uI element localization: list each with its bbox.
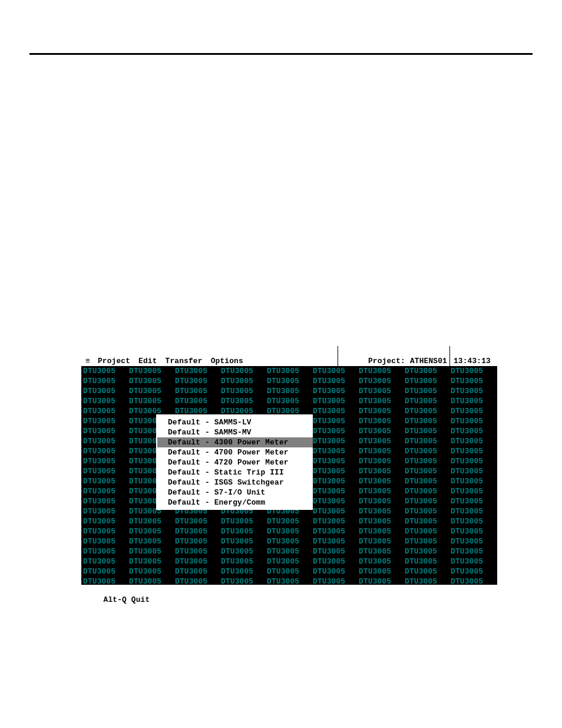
background-cell: DTU3005 bbox=[451, 436, 497, 446]
background-cell: DTU3005 bbox=[175, 546, 221, 556]
background-cell: DTU3005 bbox=[451, 396, 497, 406]
background-cell: DTU3005 bbox=[221, 366, 267, 376]
background-cell: DTU3005 bbox=[405, 456, 451, 466]
popup-item[interactable]: Default - S7-I/O Unit bbox=[157, 487, 313, 498]
background-cell: DTU3005 bbox=[221, 556, 267, 566]
background-cell: DTU3005 bbox=[221, 516, 267, 526]
background-cell: DTU3005 bbox=[405, 526, 451, 536]
background-cell: DTU3005 bbox=[313, 456, 359, 466]
background-cell: DTU3005 bbox=[129, 516, 175, 526]
background-row: DTU3005DTU3005DTU3005DTU3005DTU3005DTU30… bbox=[81, 526, 497, 536]
background-cell: DTU3005 bbox=[267, 566, 313, 577]
background-cell: DTU3005 bbox=[313, 466, 359, 476]
background-cell: DTU3005 bbox=[359, 456, 405, 466]
background-cell: DTU3005 bbox=[313, 416, 359, 426]
background-cell: DTU3005 bbox=[313, 536, 359, 546]
background-cell: DTU3005 bbox=[359, 466, 405, 476]
background-cell: DTU3005 bbox=[221, 546, 267, 556]
background-cell: DTU3005 bbox=[313, 566, 359, 577]
status-bar: Alt-Q Quit bbox=[81, 585, 497, 595]
system-menu-icon[interactable]: ≡ bbox=[84, 356, 94, 366]
menu-edit[interactable]: Edit bbox=[134, 356, 161, 366]
background-cell: DTU3005 bbox=[267, 536, 313, 546]
background-cell: DTU3005 bbox=[267, 396, 313, 406]
background-cell: DTU3005 bbox=[129, 526, 175, 536]
background-cell: DTU3005 bbox=[359, 486, 405, 496]
background-cell: DTU3005 bbox=[451, 516, 497, 526]
background-cell: DTU3005 bbox=[267, 386, 313, 396]
background-cell: DTU3005 bbox=[359, 426, 405, 436]
background-cell: DTU3005 bbox=[451, 426, 497, 436]
background-cell: DTU3005 bbox=[451, 546, 497, 556]
background-cell: DTU3005 bbox=[83, 386, 129, 396]
background-cell: DTU3005 bbox=[313, 446, 359, 456]
popup-item[interactable]: Default - 4720 Power Meter bbox=[157, 457, 313, 467]
background-cell: DTU3005 bbox=[405, 366, 451, 376]
background-cell: DTU3005 bbox=[129, 366, 175, 376]
background-cell: DTU3005 bbox=[451, 556, 497, 566]
menu-transfer[interactable]: Transfer bbox=[161, 356, 207, 366]
background-cell: DTU3005 bbox=[313, 386, 359, 396]
background-cell: DTU3005 bbox=[83, 456, 129, 466]
background-cell: DTU3005 bbox=[405, 376, 451, 386]
background-cell: DTU3005 bbox=[129, 536, 175, 546]
menu-options[interactable]: Options bbox=[207, 356, 247, 366]
background-cell: DTU3005 bbox=[451, 496, 497, 506]
background-cell: DTU3005 bbox=[83, 396, 129, 406]
background-row: DTU3005DTU3005DTU3005DTU3005DTU3005DTU30… bbox=[81, 516, 497, 526]
background-row: DTU3005DTU3005DTU3005DTU3005DTU3005DTU30… bbox=[81, 566, 497, 577]
background-cell: DTU3005 bbox=[359, 436, 405, 446]
background-cell: DTU3005 bbox=[83, 506, 129, 516]
background-cell: DTU3005 bbox=[313, 556, 359, 566]
background-row: DTU3005DTU3005DTU3005DTU3005DTU3005DTU30… bbox=[81, 546, 497, 556]
background-cell: DTU3005 bbox=[83, 376, 129, 386]
background-cell: DTU3005 bbox=[221, 526, 267, 536]
background-cell: DTU3005 bbox=[359, 366, 405, 376]
background-cell: DTU3005 bbox=[359, 546, 405, 556]
background-cell: DTU3005 bbox=[359, 496, 405, 506]
background-cell: DTU3005 bbox=[451, 466, 497, 476]
background-cell: DTU3005 bbox=[405, 466, 451, 476]
quit-hint: Alt-Q Quit bbox=[104, 595, 150, 604]
background-row: DTU3005DTU3005DTU3005DTU3005DTU3005DTU30… bbox=[81, 376, 497, 386]
popup-item[interactable]: Default - ISGS Switchgear bbox=[157, 477, 313, 487]
background-cell: DTU3005 bbox=[405, 546, 451, 556]
background-cell: DTU3005 bbox=[129, 376, 175, 386]
background-cell: DTU3005 bbox=[129, 386, 175, 396]
background-cell: DTU3005 bbox=[267, 376, 313, 386]
popup-item[interactable]: Default - Energy/Comm bbox=[157, 498, 313, 508]
background-cell: DTU3005 bbox=[405, 426, 451, 436]
background-cell: DTU3005 bbox=[313, 476, 359, 486]
background-cell: DTU3005 bbox=[175, 566, 221, 577]
background-cell: DTU3005 bbox=[175, 556, 221, 566]
background-cell: DTU3005 bbox=[451, 416, 497, 426]
background-cell: DTU3005 bbox=[359, 396, 405, 406]
background-cell: DTU3005 bbox=[451, 526, 497, 536]
background-cell: DTU3005 bbox=[83, 476, 129, 486]
popup-item[interactable]: Default - Static Trip III bbox=[157, 467, 313, 477]
background-cell: DTU3005 bbox=[221, 376, 267, 386]
horizontal-rule bbox=[29, 53, 533, 55]
background-cell: DTU3005 bbox=[451, 506, 497, 516]
popup-item[interactable]: Default - SAMMS-LV bbox=[157, 417, 313, 427]
background-cell: DTU3005 bbox=[405, 486, 451, 496]
background-cell: DTU3005 bbox=[405, 506, 451, 516]
background-cell: DTU3005 bbox=[175, 396, 221, 406]
popup-item[interactable]: Default - 4700 Power Meter bbox=[157, 447, 313, 457]
background-cell: DTU3005 bbox=[267, 516, 313, 526]
background-cell: DTU3005 bbox=[451, 566, 497, 577]
background-cell: DTU3005 bbox=[359, 506, 405, 516]
menu-project[interactable]: Project bbox=[94, 356, 134, 366]
background-cell: DTU3005 bbox=[451, 446, 497, 456]
background-cell: DTU3005 bbox=[359, 526, 405, 536]
popup-item[interactable]: Default - 4300 Power Meter bbox=[157, 437, 313, 447]
background-cell: DTU3005 bbox=[175, 366, 221, 376]
background-cell: DTU3005 bbox=[83, 466, 129, 476]
background-cell: DTU3005 bbox=[405, 536, 451, 546]
popup-item[interactable]: Default - SAMMS-MV bbox=[157, 427, 313, 437]
background-cell: DTU3005 bbox=[405, 446, 451, 456]
background-cell: DTU3005 bbox=[359, 516, 405, 526]
background-cell: DTU3005 bbox=[451, 486, 497, 496]
background-cell: DTU3005 bbox=[451, 386, 497, 396]
background-cell: DTU3005 bbox=[359, 406, 405, 416]
